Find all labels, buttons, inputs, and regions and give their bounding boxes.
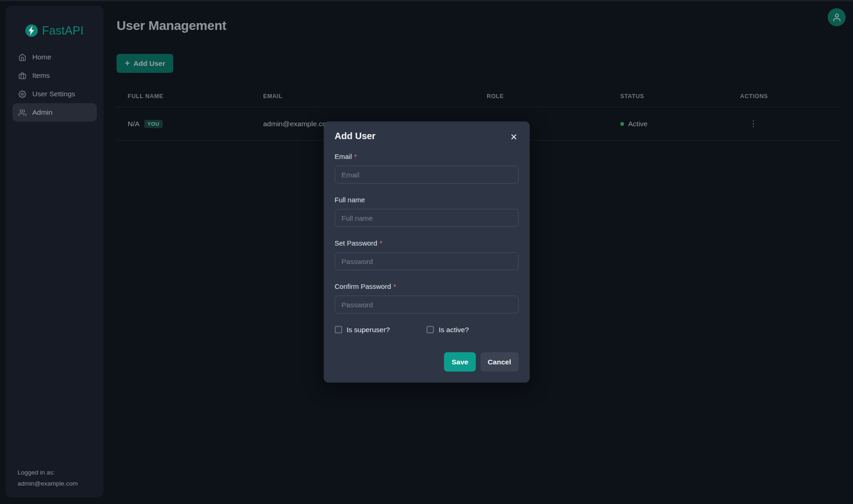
- modal-footer: Save Cancel: [335, 352, 518, 372]
- table-header-row: FULL NAME EMAIL ROLE STATUS ACTIONS: [117, 88, 840, 107]
- user-icon: [832, 13, 841, 22]
- sidebar-item-label: User Settings: [32, 90, 75, 98]
- sidebar-item-home[interactable]: Home: [6, 48, 104, 66]
- full-name-value: N/A: [128, 120, 140, 128]
- col-header-role: ROLE: [476, 88, 609, 107]
- is-superuser-label: Is superuser?: [347, 326, 390, 334]
- checkbox-icon: [335, 326, 342, 334]
- page-title: User Management: [117, 18, 226, 33]
- email-field-group: Email*: [335, 152, 518, 184]
- logo-text: FastAPI: [42, 24, 83, 37]
- user-avatar-button[interactable]: [828, 8, 846, 26]
- checkbox-icon: [427, 326, 434, 334]
- full-name-label: Full name: [335, 196, 518, 204]
- plus-icon: +: [125, 59, 130, 68]
- col-header-email: EMAIL: [252, 88, 476, 107]
- full-name-input[interactable]: [335, 209, 518, 227]
- col-header-actions: ACTIONS: [729, 88, 840, 107]
- status-dot-icon: [620, 122, 624, 126]
- sidebar-item-label: Admin: [32, 108, 53, 117]
- is-superuser-checkbox[interactable]: Is superuser?: [335, 326, 390, 334]
- sidebar-item-label: Items: [32, 71, 50, 80]
- add-user-button-label: Add User: [134, 59, 165, 68]
- add-user-button[interactable]: + Add User: [117, 54, 173, 73]
- status-value: Active: [628, 120, 647, 128]
- set-password-label: Set Password*: [335, 239, 518, 247]
- users-icon: [18, 109, 26, 117]
- set-password-input[interactable]: [335, 252, 518, 270]
- modal-header: Add User ✕: [335, 131, 518, 141]
- confirm-password-label: Confirm Password*: [335, 282, 518, 290]
- save-button[interactable]: Save: [444, 352, 476, 372]
- row-actions-menu-icon[interactable]: ⋮: [749, 120, 757, 128]
- sidebar-nav: Home Items User Settings Admin: [6, 48, 104, 122]
- fastapi-bolt-icon: [25, 24, 38, 37]
- is-active-label: Is active?: [439, 326, 469, 334]
- window-top-edge: [0, 0, 853, 1]
- col-header-full-name: FULL NAME: [117, 88, 252, 107]
- cell-actions: ⋮: [729, 120, 840, 128]
- briefcase-icon: [18, 72, 26, 80]
- gear-icon: [18, 90, 26, 98]
- required-mark: *: [354, 152, 357, 160]
- set-password-field-group: Set Password*: [335, 239, 518, 270]
- logged-in-info: Logged in as: admin@example.com: [18, 467, 78, 489]
- sidebar-item-label: Home: [32, 53, 51, 61]
- required-mark: *: [380, 239, 382, 247]
- required-mark: *: [394, 282, 396, 290]
- modal-title: Add User: [335, 131, 376, 141]
- sidebar: FastAPI Home Items User Settings Admin L…: [6, 6, 104, 498]
- logged-in-label: Logged in as:: [18, 467, 78, 478]
- add-user-modal: Add User ✕ Email* Full name Set Password…: [324, 122, 529, 383]
- you-badge: YOU: [144, 120, 163, 128]
- logged-in-email: admin@example.com: [18, 478, 78, 489]
- cell-status: Active: [609, 120, 729, 128]
- cell-full-name: N/A YOU: [117, 120, 252, 128]
- email-label: Email*: [335, 152, 518, 160]
- modal-checkboxes: Is superuser? Is active?: [335, 326, 518, 334]
- email-input[interactable]: [335, 166, 518, 184]
- home-icon: [18, 53, 26, 61]
- col-header-status: STATUS: [609, 88, 729, 107]
- is-active-checkbox[interactable]: Is active?: [427, 326, 469, 334]
- sidebar-item-admin[interactable]: Admin: [12, 103, 97, 122]
- confirm-password-input[interactable]: [335, 296, 518, 314]
- full-name-field-group: Full name: [335, 196, 518, 227]
- cancel-button[interactable]: Cancel: [480, 352, 518, 372]
- sidebar-item-user-settings[interactable]: User Settings: [6, 85, 104, 103]
- sidebar-item-items[interactable]: Items: [6, 66, 104, 85]
- close-icon[interactable]: ✕: [510, 131, 518, 141]
- fastapi-logo: FastAPI: [6, 6, 104, 40]
- confirm-password-field-group: Confirm Password*: [335, 282, 518, 314]
